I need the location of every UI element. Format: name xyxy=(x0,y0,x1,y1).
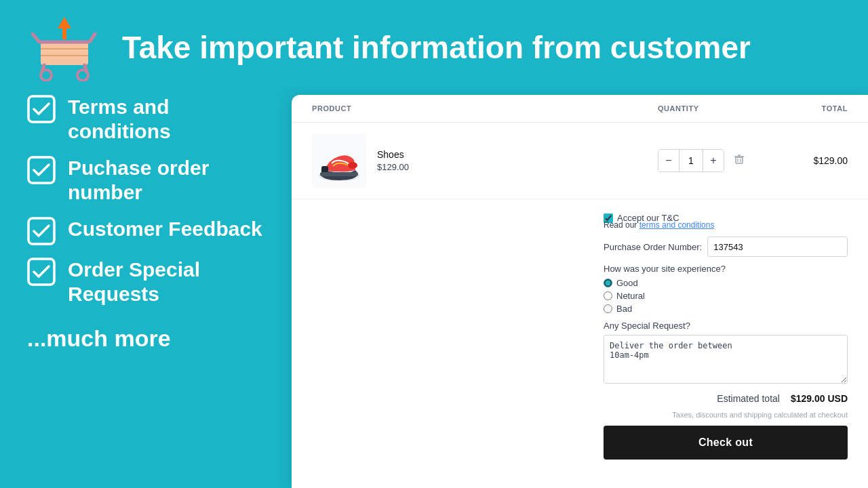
special-request-section: Any Special Request? Deliver the order b… xyxy=(604,321,848,386)
quantity-control: − + xyxy=(658,149,766,172)
cart-item-row: Shoes $129.00 − + xyxy=(292,123,868,199)
product-info: Shoes $129.00 xyxy=(312,134,658,188)
col-product-header: PRODUCT xyxy=(312,104,658,113)
product-name: Shoes xyxy=(377,149,409,160)
svg-rect-15 xyxy=(320,172,358,176)
tc-link[interactable]: terms and conditions xyxy=(639,220,715,230)
estimated-amount: $129.00 USD xyxy=(791,393,848,404)
radio-good-label: Good xyxy=(616,278,638,288)
svg-point-13 xyxy=(348,162,357,169)
estimated-label: Estimated total xyxy=(717,393,780,404)
svg-marker-0 xyxy=(58,17,71,39)
svg-rect-1 xyxy=(41,42,88,65)
trash-icon xyxy=(734,154,745,165)
shoe-image xyxy=(315,136,363,185)
sr-label: Any Special Request? xyxy=(604,321,848,331)
feature-cf-label: Customer Feedback xyxy=(68,217,262,241)
check-icon-cf xyxy=(27,217,56,245)
qty-input[interactable] xyxy=(679,150,703,171)
feature-terms-label: Terms and conditions xyxy=(68,95,271,144)
feature-customer-feedback: Customer Feedback xyxy=(27,217,271,245)
radio-neutral-input[interactable] xyxy=(604,291,612,300)
tc-accept-row: Accept our T&C Read our terms and condit… xyxy=(604,213,848,230)
po-label: Purchase Order Number: xyxy=(604,242,702,252)
feature-special-requests: Order Special Requests xyxy=(27,258,271,306)
feature-terms: Terms and conditions xyxy=(27,95,271,144)
product-price: $129.00 xyxy=(377,162,409,172)
delete-item-button[interactable] xyxy=(731,151,747,170)
col-quantity-header: QUANTITY xyxy=(658,104,766,113)
feedback-label: How was your site experience? xyxy=(604,264,848,274)
po-input[interactable] xyxy=(707,237,848,257)
svg-rect-14 xyxy=(321,166,328,173)
cart-table-header: PRODUCT QUANTITY TOTAL xyxy=(292,95,868,123)
check-icon-sr xyxy=(27,258,56,286)
product-details: Shoes $129.00 xyxy=(377,149,409,172)
svg-rect-16 xyxy=(736,157,743,163)
svg-rect-8 xyxy=(28,96,54,122)
feedback-section: How was your site experience? Good Netur… xyxy=(604,264,848,314)
svg-rect-11 xyxy=(28,259,54,285)
taxes-note: Taxes, discounts and shipping calculated… xyxy=(604,411,848,419)
po-field-row: Purchase Order Number: xyxy=(604,237,848,257)
svg-point-6 xyxy=(41,70,52,81)
page-title: Take important information from customer xyxy=(122,30,751,65)
estimated-total-row: Estimated total $129.00 USD xyxy=(604,393,848,404)
cart-icon xyxy=(27,14,102,81)
form-fields: Accept our T&C Read our terms and condit… xyxy=(604,213,848,460)
product-image xyxy=(312,134,366,188)
main-content: Terms and conditions Puchase order numbe… xyxy=(0,88,868,488)
radio-neutral-label: Netural xyxy=(616,291,645,301)
feature-sr-label: Order Special Requests xyxy=(68,258,271,306)
feature-purchase-order: Puchase order number xyxy=(27,156,271,205)
sr-textarea[interactable]: Deliver the order between 10am-4pm xyxy=(604,335,848,384)
tc-read-text: Read our xyxy=(604,220,637,230)
radio-bad-label: Bad xyxy=(616,304,632,314)
qty-increase-button[interactable]: + xyxy=(703,150,724,171)
radio-group: Good Netural Bad xyxy=(604,278,848,314)
col-total-header: TOTAL xyxy=(766,104,848,113)
item-total: $129.00 xyxy=(766,155,848,166)
radio-neutral[interactable]: Netural xyxy=(604,291,848,301)
radio-bad-input[interactable] xyxy=(604,304,612,313)
radio-good-input[interactable] xyxy=(604,279,612,287)
cart-panel: PRODUCT QUANTITY TOTAL xyxy=(292,95,868,488)
qty-stepper: − + xyxy=(658,149,724,172)
radio-bad[interactable]: Bad xyxy=(604,304,848,314)
check-icon-po xyxy=(27,156,56,184)
check-icon-terms xyxy=(27,95,56,123)
checkout-button[interactable]: Check out xyxy=(604,426,848,460)
svg-point-7 xyxy=(77,70,88,81)
feature-po-label: Puchase order number xyxy=(68,156,271,205)
radio-good[interactable]: Good xyxy=(604,278,848,288)
form-section: Accept our T&C Read our terms and condit… xyxy=(292,199,868,473)
more-text: ...much more xyxy=(27,325,271,352)
left-panel: Terms and conditions Puchase order numbe… xyxy=(0,88,292,488)
header: Take important information from customer xyxy=(0,0,868,88)
svg-rect-10 xyxy=(28,218,54,244)
qty-decrease-button[interactable]: − xyxy=(658,150,679,171)
svg-rect-9 xyxy=(28,157,54,183)
